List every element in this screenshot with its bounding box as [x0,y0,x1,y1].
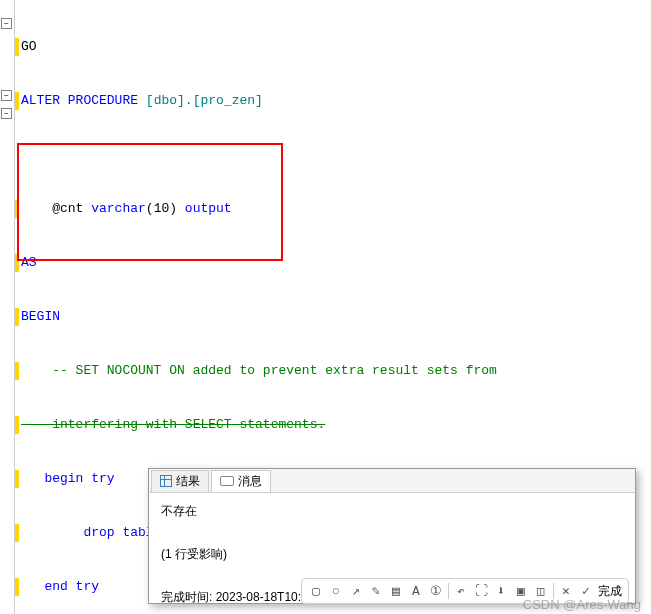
done-label[interactable]: 完成 [598,583,622,600]
tab-results[interactable]: 结果 [151,470,209,492]
pin-icon[interactable]: ◫ [533,583,549,599]
pencil-icon[interactable]: ✎ [368,583,384,599]
grid-icon [160,475,172,487]
close-icon[interactable]: ✕ [558,583,574,599]
fold-icon[interactable]: − [1,18,12,29]
code-line: ALTER PROCEDURE [21,93,138,108]
messages-popup: 结果 消息 不存在 (1 行受影响) 完成时间: 2023-08-18T10:5… [148,468,636,604]
number-icon[interactable]: ① [428,583,444,599]
check-icon[interactable]: ✓ [578,583,594,599]
text-icon[interactable]: A [408,583,424,599]
fold-icon[interactable]: − [1,108,12,119]
code-line: BEGIN [21,309,60,324]
fold-icon[interactable]: − [1,90,12,101]
message-line: (1 行受影响) [161,544,623,566]
message-icon [220,476,234,486]
expand-icon[interactable]: ⛶ [473,583,489,599]
undo-icon[interactable]: ↶ [453,583,469,599]
code-comment: -- SET NOCOUNT ON added to prevent extra… [21,363,497,378]
download-icon[interactable]: ⬇ [493,583,509,599]
code-line: AS [21,255,37,270]
message-line: 不存在 [161,501,623,523]
tab-messages[interactable]: 消息 [211,470,271,492]
clipboard-icon[interactable]: ▤ [388,583,404,599]
code-line: GO [21,39,37,54]
popup-toolbar: ▢ ○ ↗ ✎ ▤ A ① ↶ ⛶ ⬇ ▣ ◫ ✕ ✓ 完成 [301,578,629,604]
square-icon[interactable]: ▢ [308,583,324,599]
copy-icon[interactable]: ▣ [513,583,529,599]
arrow-icon[interactable]: ↗ [348,583,364,599]
circle-icon[interactable]: ○ [328,583,344,599]
